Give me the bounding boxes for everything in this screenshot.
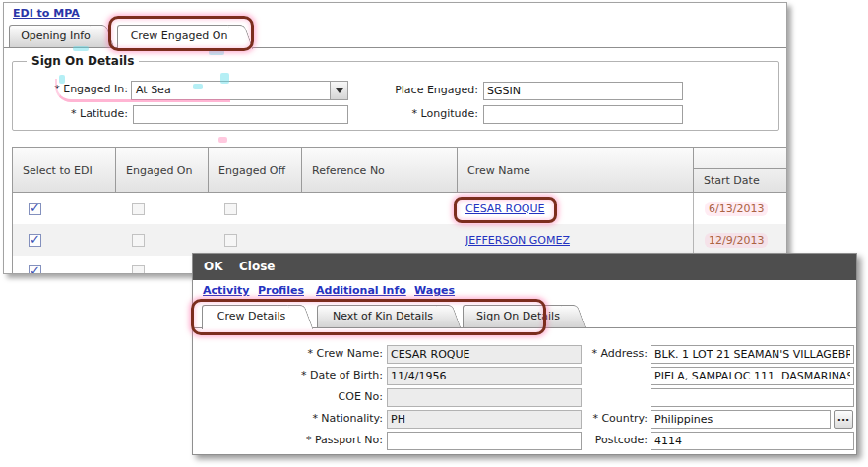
latitude-input[interactable]: [133, 105, 348, 124]
column-header-crew-name: Crew Name: [458, 148, 694, 192]
additional-info-link[interactable]: Additional Info: [316, 284, 406, 297]
table-row: CESAR ROQUE 6/13/2013: [13, 193, 787, 224]
column-header-engaged-on: Engaged On: [116, 148, 209, 192]
tab-opening-info[interactable]: Opening Info: [9, 25, 102, 47]
crew-name-field[interactable]: [387, 345, 582, 364]
sign-on-details-legend: Sign On Details: [27, 54, 139, 68]
start-date-value: 6/13/2013: [705, 202, 768, 216]
tab-sign-on-details-label: Sign On Details: [476, 310, 560, 322]
checkbox-engaged-on[interactable]: [132, 234, 145, 247]
tab-sign-on-details[interactable]: Sign On Details: [463, 305, 574, 327]
longitude-label: * Longitude:: [368, 107, 478, 120]
reference-no-cell: [302, 193, 458, 224]
place-engaged-input[interactable]: [483, 82, 683, 100]
crew-table-header: Select to EDI Engaged On Engaged Off Ref…: [13, 148, 787, 193]
checkbox-engaged-off[interactable]: [224, 203, 237, 215]
tab-next-of-kin-details[interactable]: Next of Kin Details: [317, 305, 449, 327]
coe-no-label: COE No:: [247, 390, 383, 403]
column-header-engaged-off: Engaged Off: [209, 148, 302, 192]
address-label: * Address:: [567, 347, 648, 360]
address-line1-field[interactable]: [651, 345, 854, 364]
place-engaged-label: Place Engaged:: [368, 84, 478, 96]
date-of-birth-field[interactable]: [387, 367, 582, 385]
profiles-link[interactable]: Profiles: [258, 284, 304, 297]
postcode-field[interactable]: [651, 432, 854, 450]
engaged-in-value: At Sea: [136, 84, 171, 96]
engaged-in-label: * Engaged In:: [22, 83, 128, 95]
country-label: * Country:: [567, 412, 648, 425]
chevron-down-icon[interactable]: [330, 82, 347, 99]
ellipsis-icon: ...: [837, 411, 850, 424]
tab-next-of-kin-details-label: Next of Kin Details: [333, 310, 433, 322]
checkbox-engaged-on[interactable]: [132, 265, 145, 275]
column-header-select-to-edi: Select to EDI: [13, 148, 116, 192]
passport-no-field[interactable]: [387, 432, 582, 450]
start-date-header-spacer: [694, 148, 787, 169]
edi-to-mpa-link[interactable]: EDI to MPA: [13, 7, 80, 20]
latitude-label: * Latitude:: [22, 107, 128, 120]
activity-link[interactable]: Activity: [203, 284, 249, 297]
tab-crew-details-label: Crew Details: [217, 310, 285, 322]
start-date-value: 12/9/2013: [705, 233, 768, 248]
longitude-input[interactable]: [483, 105, 683, 124]
checkbox-select-to-edi[interactable]: [29, 203, 41, 215]
start-date-header-label: Start Date: [694, 169, 787, 192]
postcode-label: Postcode:: [567, 434, 648, 446]
column-header-start-date: Start Date: [694, 148, 787, 192]
checkbox-engaged-on[interactable]: [132, 203, 145, 215]
passport-no-label: * Passport No:: [247, 434, 383, 446]
reference-no-cell: [302, 224, 458, 256]
tab-crew-engaged-on-label: Crew Engaged On: [131, 29, 228, 42]
close-button[interactable]: Close: [239, 260, 275, 273]
nationality-field[interactable]: [387, 410, 582, 429]
tab-opening-info-label: Opening Info: [21, 29, 91, 42]
table-row: JEFFERSON GOMEZ 12/9/2013: [13, 224, 787, 256]
crew-name-link[interactable]: JEFFERSON GOMEZ: [465, 234, 570, 247]
crew-details-dialog: OK Close Activity Profiles Additional In…: [192, 253, 857, 455]
date-of-birth-label: * Date of Birth:: [247, 369, 383, 381]
country-field[interactable]: [651, 410, 831, 429]
dialog-link-bar: Activity Profiles Additional Info Wages: [193, 284, 856, 300]
tab-crew-details[interactable]: Crew Details: [202, 305, 301, 329]
column-header-reference-no: Reference No: [302, 148, 458, 192]
dialog-toolbar: OK Close: [193, 254, 856, 280]
engaged-in-select[interactable]: At Sea: [131, 81, 348, 100]
checkbox-engaged-off[interactable]: [224, 234, 237, 247]
ok-button[interactable]: OK: [204, 260, 223, 273]
checkbox-select-to-edi[interactable]: [29, 234, 41, 247]
crew-name-label: * Crew Name:: [247, 347, 383, 360]
address-line3-field[interactable]: [651, 388, 854, 407]
country-browse-button[interactable]: ...: [834, 410, 853, 429]
nationality-label: * Nationality:: [247, 412, 383, 425]
address-line2-field[interactable]: [651, 367, 854, 385]
tab-crew-engaged-on[interactable]: Crew Engaged On: [117, 25, 241, 49]
checkbox-select-to-edi[interactable]: [29, 265, 41, 275]
crew-name-link[interactable]: CESAR ROQUE: [465, 203, 544, 215]
wages-link[interactable]: Wages: [414, 284, 455, 297]
coe-no-field[interactable]: [387, 388, 582, 407]
main-window: EDI to MPA Opening Info Crew Engaged On …: [3, 2, 787, 274]
